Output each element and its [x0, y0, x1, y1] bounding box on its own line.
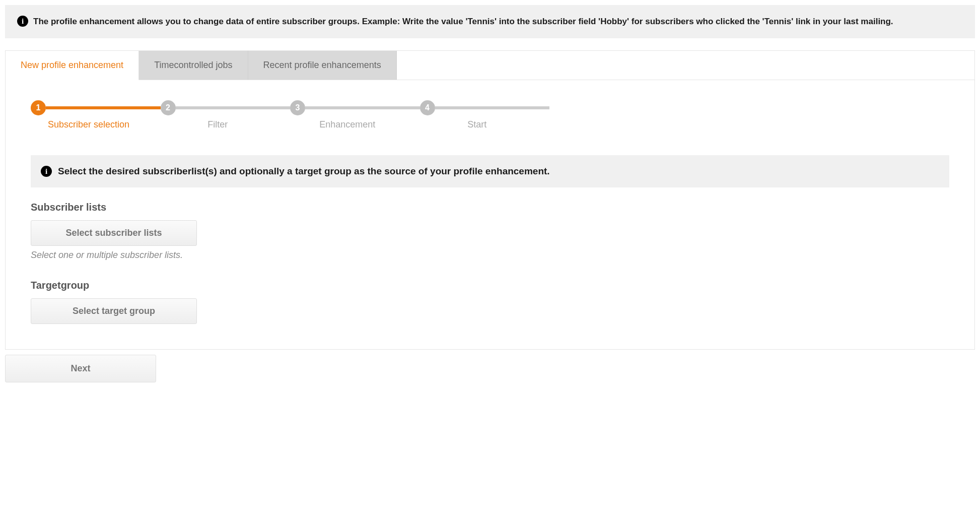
step-line: [305, 106, 420, 109]
info-icon: i: [17, 16, 28, 27]
tab-timecontrolled-jobs[interactable]: Timecontrolled jobs: [139, 51, 248, 80]
step-number-2: 2: [161, 100, 176, 115]
select-target-group-button[interactable]: Select target group: [31, 298, 197, 324]
step-number-1: 1: [31, 100, 46, 115]
tabs-panel: New profile enhancement Timecontrolled j…: [5, 50, 975, 350]
tab-recent-profile-enhancements[interactable]: Recent profile enhancements: [248, 51, 397, 80]
top-info-text: The profile enhancement allows you to ch…: [33, 15, 893, 28]
inner-info-banner: i Select the desired subscriberlist(s) a…: [31, 155, 949, 188]
step-start[interactable]: 4 Start: [420, 100, 550, 130]
inner-info-text: Select the desired subscriberlist(s) and…: [58, 164, 550, 179]
next-button[interactable]: Next: [5, 355, 156, 382]
step-enhancement[interactable]: 3 Enhancement: [290, 100, 420, 130]
step-filter[interactable]: 2 Filter: [161, 100, 291, 130]
subscriber-lists-title: Subscriber lists: [31, 202, 949, 213]
targetgroup-section: Targetgroup Select target group: [31, 280, 949, 324]
step-line: [435, 106, 550, 109]
targetgroup-title: Targetgroup: [31, 280, 949, 291]
tabs-bar: New profile enhancement Timecontrolled j…: [6, 51, 974, 80]
step-label-4: Start: [420, 119, 550, 130]
step-number-3: 3: [290, 100, 305, 115]
tab-new-profile-enhancement[interactable]: New profile enhancement: [6, 51, 139, 80]
step-number-4: 4: [420, 100, 435, 115]
select-subscriber-lists-button[interactable]: Select subscriber lists: [31, 220, 197, 246]
step-label-1: Subscriber selection: [31, 119, 161, 130]
subscriber-lists-hint: Select one or multiple subscriber lists.: [31, 250, 949, 261]
info-icon: i: [41, 166, 52, 177]
subscriber-lists-section: Subscriber lists Select subscriber lists…: [31, 202, 949, 261]
stepper: 1 Subscriber selection 2 Filter 3 Enhanc…: [31, 100, 549, 130]
step-line: [46, 106, 161, 109]
step-line: [176, 106, 291, 109]
step-label-2: Filter: [161, 119, 291, 130]
step-label-3: Enhancement: [290, 119, 420, 130]
step-subscriber-selection[interactable]: 1 Subscriber selection: [31, 100, 161, 130]
top-info-banner: i The profile enhancement allows you to …: [5, 5, 975, 38]
tab-content: 1 Subscriber selection 2 Filter 3 Enhanc…: [6, 80, 974, 350]
